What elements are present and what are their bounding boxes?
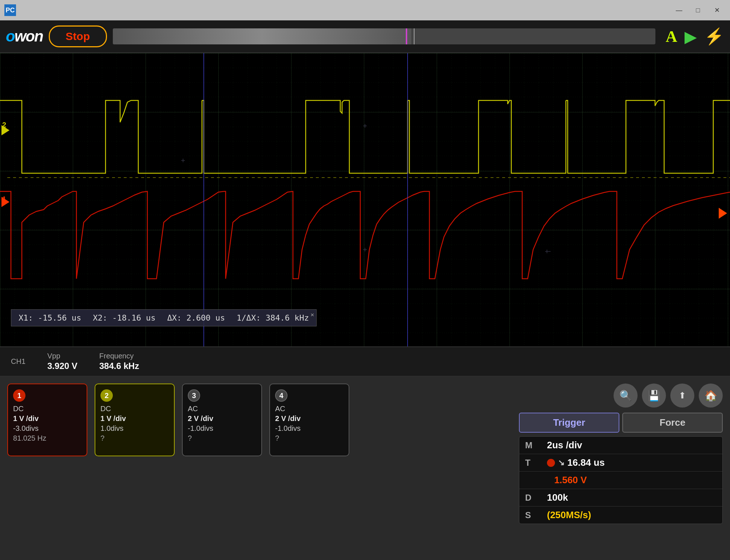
settings-row-t: T ↘ 16.84 us (519, 454, 722, 472)
ch3-card[interactable]: 3 AC 2 V /div -1.0divs ? (182, 384, 262, 456)
settings-t-val: ↘ 16.84 us (547, 457, 605, 468)
trigger-force-row: Trigger Force (519, 413, 723, 433)
trigger-level-value: 1.560 V (554, 474, 587, 486)
scope-area: 2 1 ✕ X1: -15.56 us X2: -18.16 us ΔX: 2.… (0, 52, 730, 347)
ch4-volts: 2 V /div (275, 414, 344, 423)
win-icon-label: PC (5, 7, 15, 14)
minimize-button[interactable]: — (670, 4, 688, 17)
ch4-badge: 4 (275, 389, 287, 402)
export-icon-btn[interactable]: ⬆ (670, 384, 694, 408)
settings-table: M 2us /div T ↘ 16.84 us 1.560 V D 100k (519, 436, 723, 524)
ch2-badge: 2 (100, 389, 113, 402)
search-icon-btn[interactable]: 🔍 (614, 384, 638, 408)
ch1-extra: 81.025 Hz (13, 434, 82, 442)
cursor-x1: X1: -15.56 us (19, 313, 81, 322)
titlebar: PC — □ ✕ (0, 0, 730, 20)
ch2-volts: 1 V /div (100, 414, 169, 423)
force-button[interactable]: Force (622, 413, 723, 433)
settings-row-m: M 2us /div (519, 437, 722, 454)
ch1-divs: -3.0divs (13, 424, 82, 433)
bottom-panel: 1 DC 1 V /div -3.0divs 81.025 Hz 2 DC 1 … (0, 376, 730, 556)
ch4-card[interactable]: 4 AC 2 V /div -1.0divs ? (269, 384, 349, 456)
ch2-coupling: DC (100, 405, 169, 413)
close-button[interactable]: ✕ (708, 4, 726, 17)
ch2-label: 2 (2, 121, 6, 129)
export-icon: ⬆ (679, 390, 686, 401)
progress-marker (406, 28, 407, 44)
headerbar: owon Stop A ▶ ⚡ (0, 20, 730, 52)
cursor-info: ✕ X1: -15.56 us X2: -18.16 us ΔX: 2.600 … (11, 309, 317, 326)
auto-icon[interactable]: A (666, 27, 677, 46)
single-icon[interactable]: ⚡ (704, 27, 724, 46)
maximize-button[interactable]: □ (689, 4, 707, 17)
titlebar-left: PC (4, 4, 16, 16)
save-icon-btn[interactable]: 💾 (642, 384, 666, 408)
svg-rect-1 (0, 53, 730, 346)
home-icon: 🏠 (705, 390, 717, 402)
cursor-inv-delta: 1/ΔX: 384.6 kHz (237, 313, 309, 322)
settings-row-trigger-val: 1.560 V (519, 472, 722, 489)
settings-m-val: 2us /div (547, 440, 582, 451)
ch3-divs: -1.0divs (188, 424, 256, 433)
cursor-close[interactable]: ✕ (310, 311, 314, 318)
ch3-volts: 2 V /div (188, 414, 256, 423)
ch2-divs: 1.0divs (100, 424, 169, 433)
ch4-coupling: AC (275, 405, 344, 413)
trig-slope: ↘ (558, 458, 564, 468)
scope-grid (0, 53, 730, 346)
ch3-coupling: AC (188, 405, 256, 413)
settings-row-d: D 100k (519, 489, 722, 507)
svg-marker-13 (719, 208, 727, 219)
ch1-volts: 1 V /div (13, 414, 82, 423)
win-icon: PC (4, 4, 16, 16)
cursor-delta-x: ΔX: 2.600 us (167, 313, 225, 322)
ch2-extra: ? (100, 434, 169, 442)
ch3-extra: ? (188, 434, 256, 442)
ch2-card[interactable]: 2 DC 1 V /div 1.0divs ? (95, 384, 175, 456)
ch4-extra: ? (275, 434, 344, 442)
settings-row-s: S (250MS/s) (519, 507, 722, 524)
meas-vpp: Vpp 3.920 V (47, 352, 78, 371)
progress-marker-secondary (414, 28, 414, 44)
measurements-bar: CH1 Vpp 3.920 V Frequency 384.6 kHz (0, 347, 730, 376)
ch1-coupling: DC (13, 405, 82, 413)
search-icon: 🔍 (619, 390, 632, 402)
cursor-x2: X2: -18.16 us (93, 313, 155, 322)
progress-bar[interactable] (113, 28, 656, 44)
win-controls: — □ ✕ (670, 4, 726, 17)
meas-ch-label: CH1 (11, 357, 25, 366)
progress-bar-fill (113, 28, 411, 44)
ch3-badge: 3 (188, 389, 200, 402)
trigger-ch-dot (547, 459, 555, 467)
ch1-badge: 1 (13, 389, 25, 402)
right-panel: 🔍 💾 ⬆ 🏠 Trigger Force M 2 (519, 384, 723, 524)
home-icon-btn[interactable]: 🏠 (699, 384, 723, 408)
run-icon[interactable]: ▶ (685, 27, 697, 46)
settings-d-val: 100k (547, 492, 568, 503)
ch4-divs: -1.0divs (275, 424, 344, 433)
stop-button[interactable]: Stop (49, 25, 107, 47)
ch1-card[interactable]: 1 DC 1 V /div -3.0divs 81.025 Hz (7, 384, 87, 456)
trigger-button[interactable]: Trigger (519, 413, 619, 433)
header-icons: A ▶ ⚡ (666, 27, 724, 46)
icon-row: 🔍 💾 ⬆ 🏠 (519, 384, 723, 408)
ch1-label: 1 (2, 195, 6, 203)
owon-logo: owon (6, 28, 43, 45)
settings-s-val: (250MS/s) (547, 509, 591, 521)
save-icon: 💾 (648, 390, 660, 402)
meas-freq: Frequency 384.6 kHz (99, 352, 139, 371)
